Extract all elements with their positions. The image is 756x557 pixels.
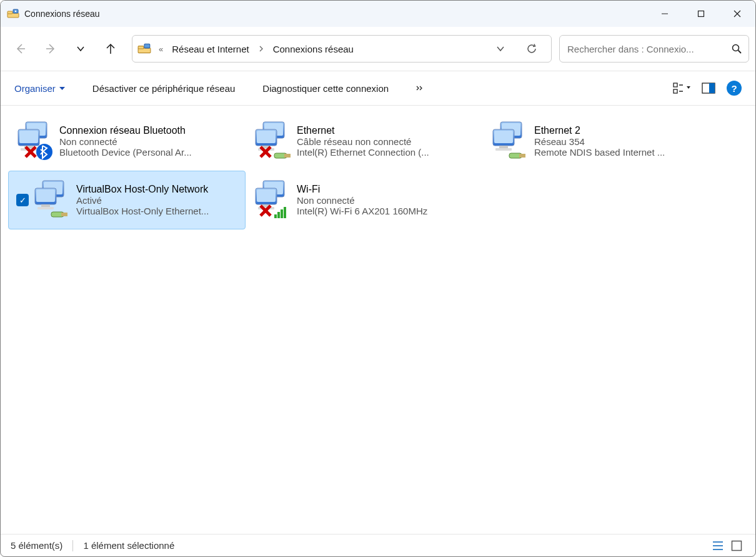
diagnose-label: Diagnostiquer cette connexion <box>262 83 389 94</box>
connection-device: Intel(R) Ethernet Connection (... <box>297 147 479 158</box>
address-icon <box>137 42 151 56</box>
disable-device-label: Désactiver ce périphérique réseau <box>92 83 235 94</box>
connection-name: VirtualBox Host-Only Network <box>76 184 241 195</box>
close-button[interactable] <box>719 1 755 27</box>
svg-rect-72 <box>732 541 742 550</box>
search-box[interactable] <box>559 35 749 63</box>
connection-text: VirtualBox Host-Only Network Activé Virt… <box>76 184 241 216</box>
svg-rect-56 <box>61 213 67 216</box>
svg-rect-52 <box>36 189 55 202</box>
breadcrumb-current[interactable]: Connexions réseau <box>271 44 356 54</box>
large-icons-view-button[interactable] <box>728 537 745 554</box>
window-title: Connexions réseau <box>24 9 647 19</box>
connection-item[interactable]: ✓ Wi-Fi <box>246 171 483 229</box>
connection-text: Wi-Fi Non connecté Intel(R) Wi-Fi 6 AX20… <box>297 184 479 216</box>
chevron-down-icon <box>59 86 65 91</box>
svg-rect-13 <box>144 44 150 48</box>
up-button[interactable] <box>97 35 124 63</box>
network-adapter-icon <box>249 178 293 222</box>
breadcrumb-parent[interactable]: Réseau et Internet <box>169 44 251 54</box>
window-root: Connexions réseau <box>0 0 756 557</box>
connection-name: Ethernet 2 <box>534 125 717 136</box>
chevron-right-icon[interactable] <box>254 46 268 52</box>
network-adapter-icon <box>249 119 293 163</box>
organize-menu[interactable]: Organiser <box>14 83 65 94</box>
connection-text: Ethernet 2 Réseau 354 Remote NDIS based … <box>534 125 717 158</box>
svg-rect-12 <box>138 46 144 49</box>
status-separator <box>72 540 73 551</box>
svg-rect-21 <box>709 83 715 93</box>
svg-rect-46 <box>495 148 512 151</box>
svg-rect-45 <box>499 146 508 148</box>
help-button[interactable]: ? <box>727 81 742 96</box>
connection-item[interactable]: ✓ Connexion réseau Bluetooth Non connec <box>8 112 246 171</box>
organize-label: Organiser <box>14 83 56 94</box>
svg-rect-66 <box>284 207 286 218</box>
svg-rect-5 <box>699 11 704 17</box>
svg-rect-64 <box>277 212 280 218</box>
connection-status: Activé <box>76 195 241 206</box>
nav-row: « Réseau et Internet Connexions réseau <box>1 27 755 71</box>
maximize-button[interactable] <box>683 1 719 27</box>
overflow-menu[interactable] <box>416 84 424 92</box>
svg-line-15 <box>739 51 742 54</box>
connection-status: Câble réseau non connecté <box>297 136 479 147</box>
connection-item[interactable]: ✓ VirtualBox Host-Only Network Activé Vi… <box>8 171 246 229</box>
caption-buttons <box>647 1 755 27</box>
search-input[interactable] <box>566 43 731 55</box>
connection-text: Ethernet Câble réseau non connecté Intel… <box>297 125 479 158</box>
diagnose-button[interactable]: Diagnostiquer cette connexion <box>262 83 389 94</box>
address-dropdown-button[interactable] <box>486 36 515 62</box>
svg-rect-1 <box>7 11 12 14</box>
connection-item[interactable]: ✓ Ethernet Câble rése <box>246 112 483 171</box>
titlebar: Connexions réseau <box>1 1 755 27</box>
svg-rect-34 <box>257 131 276 143</box>
svg-rect-44 <box>494 131 513 143</box>
connection-status: Non connecté <box>59 136 242 147</box>
svg-rect-63 <box>274 214 277 218</box>
connection-status: Non connecté <box>297 195 479 206</box>
selection-check-icon: ✓ <box>16 194 29 206</box>
preview-pane-button[interactable] <box>697 76 720 100</box>
connection-status: Réseau 354 <box>534 136 717 147</box>
connection-item[interactable]: ✓ Ethernet 2 Réseau 354 Remote NDIS base… <box>483 112 720 171</box>
svg-rect-60 <box>257 189 276 202</box>
svg-rect-65 <box>281 209 283 218</box>
svg-rect-53 <box>41 204 50 207</box>
recent-locations-button[interactable] <box>67 35 94 63</box>
svg-rect-54 <box>37 207 54 209</box>
connection-device: Intel(R) Wi-Fi 6 AX201 160MHz <box>297 206 479 216</box>
view-layout-button[interactable] <box>670 76 694 100</box>
command-bar: Organiser Désactiver ce périphérique rés… <box>1 71 755 106</box>
refresh-button[interactable] <box>517 36 546 62</box>
selected-count: 1 élément sélectionné <box>83 540 174 551</box>
back-button[interactable] <box>7 35 34 63</box>
minimize-button[interactable] <box>647 1 683 27</box>
details-view-button[interactable] <box>709 537 727 554</box>
connection-device: Remote NDIS based Internet ... <box>534 147 717 158</box>
connection-name: Connexion réseau Bluetooth <box>59 125 242 136</box>
connection-name: Wi-Fi <box>297 184 479 195</box>
network-adapter-icon <box>29 178 72 222</box>
address-overflow-icon[interactable]: « <box>155 44 167 54</box>
svg-rect-17 <box>674 89 677 93</box>
address-bar[interactable]: « Réseau et Internet Connexions réseau <box>132 35 552 63</box>
connection-name: Ethernet <box>297 125 479 136</box>
forward-button[interactable] <box>37 35 64 63</box>
svg-rect-38 <box>284 154 291 158</box>
app-icon <box>7 8 19 20</box>
status-bar: 5 élément(s) 1 élément sélectionné <box>1 534 755 556</box>
item-count: 5 élément(s) <box>11 540 62 551</box>
svg-point-14 <box>733 45 739 51</box>
connections-grid: ✓ Connexion réseau Bluetooth Non connec <box>1 106 755 534</box>
connection-text: Connexion réseau Bluetooth Non connecté … <box>59 125 242 158</box>
connection-device: VirtualBox Host-Only Ethernet... <box>76 206 241 216</box>
svg-point-3 <box>15 11 16 12</box>
svg-rect-25 <box>19 131 38 143</box>
network-adapter-icon <box>487 119 530 163</box>
connection-device: Bluetooth Device (Personal Ar... <box>59 147 242 158</box>
svg-rect-16 <box>674 83 677 87</box>
disable-device-button[interactable]: Désactiver ce périphérique réseau <box>92 83 235 94</box>
search-icon[interactable] <box>731 43 742 54</box>
network-adapter-icon <box>12 119 56 163</box>
